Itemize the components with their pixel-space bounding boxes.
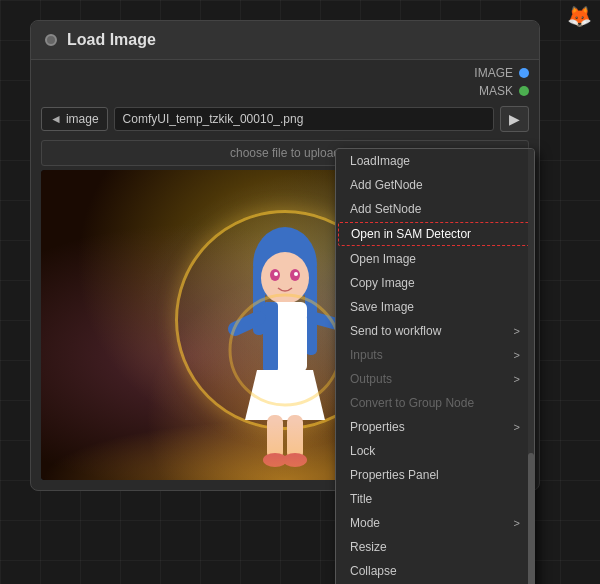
image-selector[interactable]: ◄ image bbox=[41, 107, 108, 131]
context-menu-item[interactable]: LoadImage bbox=[336, 149, 534, 173]
submenu-arrow-icon: > bbox=[514, 517, 520, 529]
submenu-arrow-icon: > bbox=[514, 349, 520, 361]
context-menu-item-label: Add SetNode bbox=[350, 202, 421, 216]
context-menu-item[interactable]: Title bbox=[336, 487, 534, 511]
context-menu-item[interactable]: Save Image bbox=[336, 295, 534, 319]
output-mask-dot[interactable] bbox=[519, 86, 529, 96]
context-menu-item[interactable]: Properties Panel bbox=[336, 463, 534, 487]
context-menu-item[interactable]: Properties> bbox=[336, 415, 534, 439]
context-menu-item-label: Properties Panel bbox=[350, 468, 439, 482]
context-menu-item-label: Collapse bbox=[350, 564, 397, 578]
folder-button[interactable]: ▶ bbox=[500, 106, 529, 132]
context-menu-item[interactable]: Add GetNode bbox=[336, 173, 534, 197]
context-menu-item-label: Properties bbox=[350, 420, 405, 434]
node-header: Load Image bbox=[31, 21, 539, 60]
context-menu-item[interactable]: Add SetNode bbox=[336, 197, 534, 221]
output-image-label: IMAGE bbox=[474, 66, 513, 80]
context-menu-item-label: Resize bbox=[350, 540, 387, 554]
selector-arrow: ◄ bbox=[50, 112, 62, 126]
output-mask: MASK bbox=[479, 84, 529, 98]
context-menu-item-label: Open Image bbox=[350, 252, 416, 266]
context-menu-item[interactable]: Lock bbox=[336, 439, 534, 463]
context-menu-item: Inputs> bbox=[336, 343, 534, 367]
context-menu-item[interactable]: Collapse bbox=[336, 559, 534, 583]
context-menu-item-label: Copy Image bbox=[350, 276, 415, 290]
context-menu-scrollbar[interactable] bbox=[528, 149, 534, 584]
context-menu-item-label: Title bbox=[350, 492, 372, 506]
context-menu-item[interactable]: Mode> bbox=[336, 511, 534, 535]
submenu-arrow-icon: > bbox=[514, 325, 520, 337]
node-controls: ◄ image ComfyUI_temp_tzkik_00010_.png ▶ bbox=[31, 102, 539, 140]
submenu-arrow-icon: > bbox=[514, 373, 520, 385]
selector-label: image bbox=[66, 112, 99, 126]
context-menu: LoadImageAdd GetNodeAdd SetNodeOpen in S… bbox=[335, 148, 535, 584]
node-outputs: IMAGE MASK bbox=[31, 60, 539, 102]
context-menu-item-label: Convert to Group Node bbox=[350, 396, 474, 410]
scrollbar-thumb bbox=[528, 453, 534, 584]
cat-icon: 🦊 bbox=[567, 4, 592, 28]
svg-rect-9 bbox=[263, 302, 278, 372]
svg-point-7 bbox=[294, 272, 298, 276]
context-menu-item-label: LoadImage bbox=[350, 154, 410, 168]
svg-point-6 bbox=[274, 272, 278, 276]
context-menu-item[interactable]: Open in SAM Detector bbox=[338, 222, 532, 246]
context-menu-item[interactable]: Send to workflow> bbox=[336, 319, 534, 343]
context-menu-item: Convert to Group Node bbox=[336, 391, 534, 415]
output-mask-label: MASK bbox=[479, 84, 513, 98]
output-image-dot[interactable] bbox=[519, 68, 529, 78]
filename-display: ComfyUI_temp_tzkik_00010_.png bbox=[114, 107, 494, 131]
node-title: Load Image bbox=[67, 31, 156, 49]
context-menu-item-label: Lock bbox=[350, 444, 375, 458]
context-menu-item[interactable]: Open Image bbox=[336, 247, 534, 271]
output-image: IMAGE bbox=[474, 66, 529, 80]
context-menu-item-label: Open in SAM Detector bbox=[351, 227, 471, 241]
context-menu-item: Outputs> bbox=[336, 367, 534, 391]
context-menu-item-label: Outputs bbox=[350, 372, 392, 386]
node-status-dot bbox=[45, 34, 57, 46]
context-menu-item[interactable]: Resize bbox=[336, 535, 534, 559]
submenu-arrow-icon: > bbox=[514, 421, 520, 433]
context-menu-item[interactable]: Copy Image bbox=[336, 271, 534, 295]
context-menu-item-label: Inputs bbox=[350, 348, 383, 362]
context-menu-item-label: Send to workflow bbox=[350, 324, 441, 338]
context-menu-item-label: Add GetNode bbox=[350, 178, 423, 192]
context-menu-item-label: Save Image bbox=[350, 300, 414, 314]
context-menu-item-label: Mode bbox=[350, 516, 380, 530]
